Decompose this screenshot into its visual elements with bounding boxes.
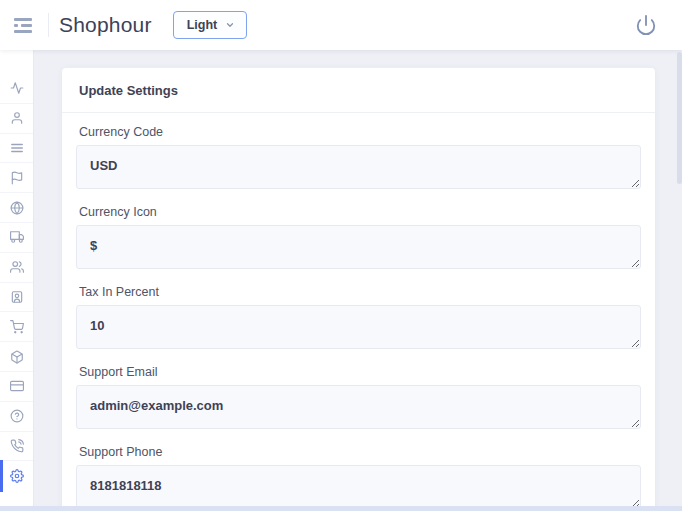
- currency-icon-label: Currency Icon: [79, 205, 641, 219]
- sidebar-item-cart[interactable]: [0, 312, 33, 342]
- brand-title: Shophour: [59, 13, 152, 37]
- settings-gear-icon: [10, 469, 24, 483]
- horizontal-scrollbar[interactable]: [0, 506, 682, 511]
- support-phone-label: Support Phone: [79, 445, 641, 459]
- sidebar-item-payments[interactable]: [0, 372, 33, 402]
- globe-icon: [10, 201, 24, 215]
- help-circle-icon: [10, 409, 24, 423]
- list-icon: [10, 141, 24, 155]
- package-icon: [10, 350, 24, 364]
- hamburger-bar: [14, 24, 32, 27]
- currency-code-label: Currency Code: [79, 125, 641, 139]
- sidebar-item-customers[interactable]: [0, 283, 33, 313]
- credit-card-icon: [10, 379, 24, 393]
- sidebar-item-globe[interactable]: [0, 193, 33, 223]
- field-currency-icon: Currency Icon $: [76, 205, 641, 269]
- chevron-down-icon: [225, 20, 235, 30]
- sidebar-item-delivery[interactable]: [0, 223, 33, 253]
- users-icon: [10, 260, 24, 274]
- main-content: Update Settings Currency Code USD Curren…: [35, 50, 682, 511]
- sidebar-item-list[interactable]: [0, 134, 33, 164]
- support-email-input[interactable]: admin@example.com: [76, 385, 641, 429]
- user-icon: [10, 111, 24, 125]
- phone-call-icon: [10, 439, 24, 453]
- sidebar-item-support[interactable]: [0, 432, 33, 462]
- field-support-phone: Support Phone 8181818118: [76, 445, 641, 509]
- tax-in-percent-label: Tax In Percent: [79, 285, 641, 299]
- update-settings-card: Update Settings Currency Code USD Curren…: [62, 68, 655, 511]
- settings-form: Currency Code USD Currency Icon $ Tax In…: [62, 113, 655, 511]
- activity-icon: [10, 81, 24, 95]
- support-phone-input[interactable]: 8181818118: [76, 465, 641, 509]
- top-header: Shophour Light: [0, 0, 682, 50]
- shopping-cart-icon: [10, 320, 24, 334]
- vertical-scrollbar-thumb[interactable]: [677, 52, 682, 184]
- field-currency-code: Currency Code USD: [76, 125, 641, 189]
- sidebar-item-dashboard[interactable]: [0, 74, 33, 104]
- logout-button[interactable]: [635, 14, 657, 36]
- sidebar: [0, 50, 34, 506]
- customer-badge-icon: [10, 290, 24, 304]
- sidebar-item-flag[interactable]: [0, 163, 33, 193]
- sidebar-item-users[interactable]: [0, 253, 33, 283]
- theme-dropdown-value: Light: [187, 18, 218, 32]
- field-support-email: Support Email admin@example.com: [76, 365, 641, 429]
- tax-in-percent-input[interactable]: 10: [76, 305, 641, 349]
- sidebar-item-settings[interactable]: [0, 461, 33, 491]
- currency-code-input[interactable]: USD: [76, 145, 641, 189]
- support-email-label: Support Email: [79, 365, 641, 379]
- field-tax-in-percent: Tax In Percent 10: [76, 285, 641, 349]
- sidebar-item-help[interactable]: [0, 402, 33, 432]
- sidebar-item-user[interactable]: [0, 104, 33, 134]
- power-icon: [635, 14, 657, 36]
- sidebar-item-products[interactable]: [0, 342, 33, 372]
- truck-icon: [10, 230, 24, 244]
- card-title: Update Settings: [62, 68, 655, 113]
- menu-toggle-icon[interactable]: [14, 15, 32, 36]
- flag-icon: [10, 171, 24, 185]
- header-divider: [48, 13, 49, 37]
- hamburger-bar: [14, 18, 32, 21]
- theme-dropdown[interactable]: Light: [173, 11, 248, 39]
- hamburger-bar: [14, 30, 32, 33]
- currency-icon-input[interactable]: $: [76, 225, 641, 269]
